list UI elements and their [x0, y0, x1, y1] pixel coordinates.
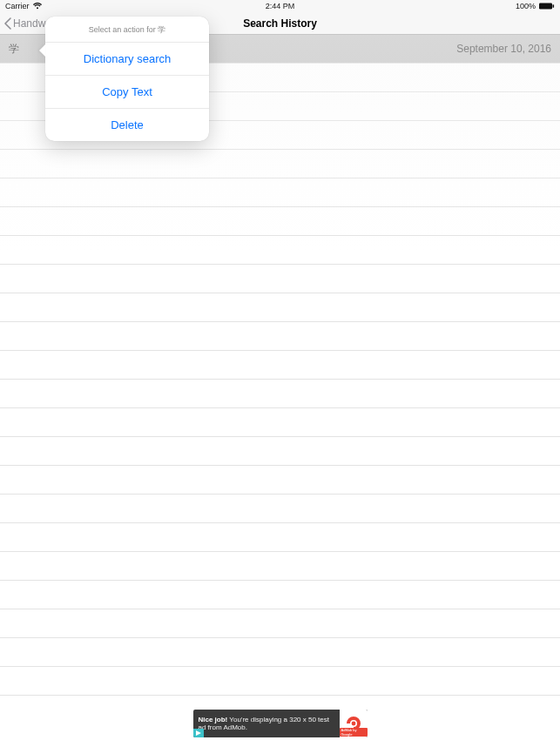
ad-bold: Nice job! [199, 716, 228, 723]
list-item-empty [0, 437, 560, 466]
status-bar-time: 2:44 PM [266, 2, 295, 10]
back-button[interactable]: Handw [0, 17, 45, 30]
list-item-empty [0, 667, 560, 696]
list-item-char: 学 [9, 42, 19, 57]
list-item-empty [0, 178, 560, 207]
list-item-empty [0, 265, 560, 293]
svg-rect-1 [553, 4, 555, 8]
popover-title-char: 学 [158, 25, 165, 34]
list-item-empty [0, 495, 560, 523]
list-item-empty [0, 150, 560, 178]
popover-title: Select an action for 学 [45, 17, 209, 43]
list-item-empty [0, 609, 560, 638]
ad-subtext: AdMob by Google [340, 728, 368, 737]
back-label: Handw [13, 17, 45, 30]
list-item-empty [0, 552, 560, 581]
adchoices-icon[interactable] [193, 729, 204, 737]
admob-icon: AdMob by Google [340, 710, 368, 737]
wifi-icon [33, 3, 42, 10]
ad-banner[interactable]: Nice job! You're displaying a 320 x 50 t… [193, 710, 368, 737]
action-popover: Select an action for 学 Dictionary search… [45, 17, 209, 141]
list-item-empty [0, 466, 560, 495]
ad-text: Nice job! You're displaying a 320 x 50 t… [193, 716, 340, 731]
list-item-date: September 10, 2016 [456, 43, 551, 55]
list-item-empty [0, 351, 560, 380]
battery-pct: 100% [516, 2, 536, 10]
svg-rect-0 [539, 3, 552, 10]
battery-icon [539, 3, 555, 10]
popover-title-prefix: Select an action for [89, 25, 159, 34]
list-item-empty [0, 638, 560, 667]
list-item-empty [0, 581, 560, 609]
status-bar: Carrier 2:44 PM 100% [0, 0, 560, 12]
page-title: Search History [243, 17, 317, 30]
popover-item-dictionary-search[interactable]: Dictionary search [45, 43, 209, 76]
list-item-empty [0, 408, 560, 437]
carrier-label: Carrier [5, 2, 30, 10]
list-item-empty [0, 380, 560, 408]
status-bar-right: 100% [516, 2, 555, 10]
status-bar-left: Carrier [5, 2, 42, 10]
list-item-empty [0, 207, 560, 236]
popover-item-delete[interactable]: Delete [45, 109, 209, 141]
list-item-empty [0, 293, 560, 322]
chevron-left-icon [3, 17, 11, 30]
svg-point-2 [351, 722, 355, 726]
popover-item-copy-text[interactable]: Copy Text [45, 76, 209, 109]
list-item-empty [0, 322, 560, 351]
list-item-empty [0, 523, 560, 552]
list-item-empty [0, 236, 560, 265]
